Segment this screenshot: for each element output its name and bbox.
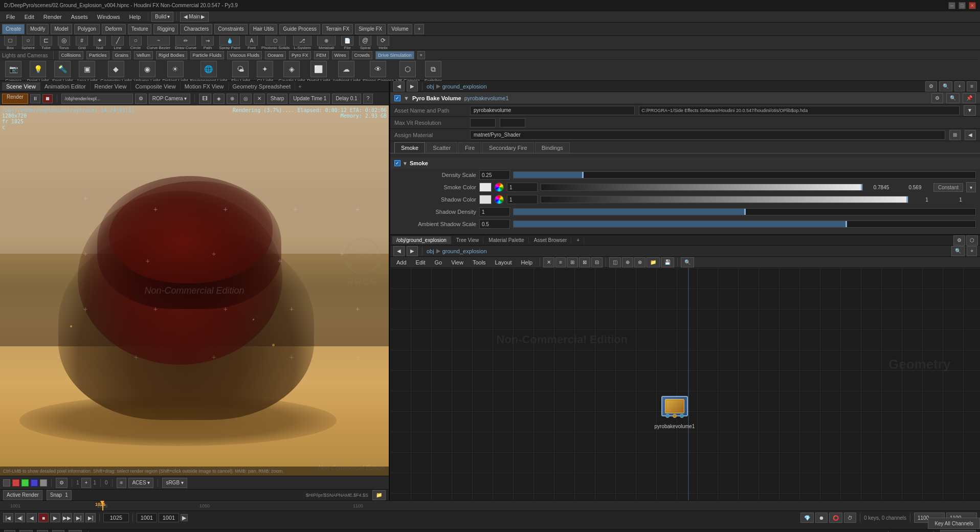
menu-render[interactable]: Render [39, 13, 66, 21]
tool-line[interactable]: ╱ Line [109, 36, 126, 50]
tool-draw-curve[interactable]: ✏ Draw Curve [173, 36, 198, 50]
pyro-bake-search[interactable]: 🔍 [946, 93, 960, 103]
tool-sphere[interactable]: ○ Sphere [20, 36, 36, 50]
light-area[interactable]: ▣ Area Light [76, 61, 98, 83]
path-obj[interactable]: obj [427, 83, 434, 90]
tab-composite-view[interactable]: Composite View [131, 82, 180, 91]
tab-drive-simulation[interactable]: Drive Simulation [375, 51, 414, 59]
transport-prev-frame[interactable]: ◀ [27, 513, 37, 522]
key-icon-2[interactable]: ⏺ [815, 513, 828, 523]
tab-terrain-fx[interactable]: Terrain FX [322, 24, 353, 34]
snap-display[interactable]: Snap 1 [47, 490, 72, 500]
menu-assets[interactable]: Assets [67, 13, 92, 21]
assign-mat-pick-btn[interactable]: ⊞ [949, 130, 961, 140]
snap-file-btn[interactable]: 📁 [372, 490, 386, 500]
tool-metaball[interactable]: ⊕ Metaball [315, 36, 338, 50]
shadow-color-wheel[interactable] [495, 195, 504, 204]
tab-bindings[interactable]: Bindings [535, 142, 570, 153]
ng-tool-9[interactable]: 📁 [647, 257, 660, 268]
ng-path-ground-explosion[interactable]: ground_explosion [442, 248, 487, 254]
tool-grid[interactable]: # Grid [74, 36, 90, 50]
ng-tool-5[interactable]: ⊟ [591, 257, 603, 268]
ng-tool-10[interactable]: 💾 [661, 257, 674, 268]
ng-panel-settings[interactable]: ⚙ [953, 235, 965, 246]
tab-geometry-spreadsheet[interactable]: Geometry Spreadsheet [229, 82, 296, 91]
tab-modify[interactable]: Modify [27, 24, 49, 34]
lut-btn[interactable]: ≡ [117, 478, 127, 488]
tab-constraints[interactable]: Constraints [214, 24, 248, 34]
constant-button[interactable]: Constant [933, 183, 963, 192]
active-render-btn[interactable]: Active Render [3, 490, 42, 500]
max-vit-field1[interactable] [470, 118, 496, 127]
tab-secondary-fire[interactable]: Secondary Fire [482, 142, 534, 153]
light-spot[interactable]: 🔦 Spot Light [51, 61, 74, 83]
color-green-btn[interactable] [21, 479, 29, 486]
light-caustic[interactable]: ◈ Caustic Light [278, 61, 305, 83]
tab-animation-editor[interactable]: Animation Editor [40, 82, 91, 91]
ng-menu-edit[interactable]: Edit [412, 258, 430, 267]
light-volume[interactable]: ◉ Volume Light [134, 61, 161, 83]
tab-volume[interactable]: Volume [388, 24, 412, 34]
tab-collisions[interactable]: Collisions [59, 51, 84, 59]
tool-lsystem[interactable]: ⎇ L-System [291, 36, 314, 50]
ng-add-tab[interactable]: + [967, 246, 977, 256]
tool-photonic-solids[interactable]: ⬡ Photonic Solids [261, 36, 289, 50]
transport-go-end[interactable]: ▶| [85, 513, 96, 522]
scene-tab-add[interactable]: + [295, 82, 304, 91]
render-icon-btn1[interactable]: 🎞 [199, 94, 211, 104]
render-stop[interactable]: ⏹ [42, 94, 53, 103]
tab-fem[interactable]: FEM [314, 51, 329, 59]
key-icon-3[interactable]: ⭕ [829, 513, 842, 523]
tool-null[interactable]: ✦ Null [92, 36, 108, 50]
ng-tool-8[interactable]: ⊗ [634, 257, 645, 268]
shadow-color-swatch[interactable] [479, 195, 492, 204]
maximize-button[interactable]: □ [959, 2, 966, 9]
light-portal[interactable]: ⬜ Portal Light [307, 61, 330, 83]
light-point[interactable]: 💡 Point Light [27, 61, 49, 83]
render-button[interactable]: Render [2, 94, 28, 104]
color-blue-btn[interactable] [31, 479, 38, 486]
color-display-btn[interactable] [3, 479, 10, 486]
ng-nav-back[interactable]: ◀ [393, 246, 405, 256]
menu-windows[interactable]: Windows [93, 13, 124, 21]
asset-name-field[interactable]: pyrobakevolume [470, 106, 635, 115]
right-panel-add-tab[interactable]: + [954, 81, 965, 92]
ng-tool-1[interactable]: ✕ [543, 257, 554, 268]
tool-font[interactable]: A Font [243, 36, 260, 50]
menu-file[interactable]: File [2, 13, 19, 21]
frame-start-input[interactable] [137, 513, 157, 522]
ng-tab-asset-browser[interactable]: Asset Browser [530, 236, 571, 244]
tab-motion-fx[interactable]: Motion FX View [181, 82, 229, 91]
right-panel-settings[interactable]: ⚙ [925, 81, 937, 92]
constant-dropdown[interactable]: ▾ [966, 182, 976, 192]
shadow-color-slider[interactable] [541, 196, 908, 203]
density-scale-input[interactable] [479, 170, 510, 180]
transport-go-start[interactable]: |◀ [3, 513, 13, 522]
tab-texture[interactable]: Texture [128, 24, 152, 34]
right-panel-search[interactable]: 🔍 [939, 81, 952, 92]
ng-menu-help[interactable]: Help [517, 258, 537, 267]
tab-add[interactable]: + [414, 24, 425, 34]
ng-menu-go[interactable]: Go [431, 258, 447, 267]
ng-menu-layout[interactable]: Layout [491, 258, 516, 267]
asset-path-btn[interactable]: ▼ [964, 105, 976, 116]
assign-mat-view-btn[interactable]: ◀ [965, 130, 976, 140]
light-stereo-cam[interactable]: 👁 Stereo Camera [363, 61, 394, 83]
ng-nav-fwd[interactable]: ▶ [407, 246, 418, 256]
tab-characters[interactable]: Characters [180, 24, 212, 34]
light-ambient[interactable]: ☁ Ambient Light [332, 61, 361, 83]
smoke-color-swatch[interactable] [479, 183, 492, 192]
frame-adjust-left[interactable]: + [81, 478, 92, 488]
tab-smoke[interactable]: Smoke [394, 142, 425, 153]
tab-simple-fx[interactable]: Simple FX [355, 24, 386, 34]
smoke-color-r[interactable] [507, 183, 538, 192]
frame-end-input[interactable] [159, 513, 179, 522]
build-dropdown[interactable]: Build ▾ [151, 12, 173, 22]
display-settings-btn[interactable]: ⚙ [56, 478, 68, 488]
tab-wires[interactable]: Wires [332, 51, 349, 59]
tab-rigid-bodies[interactable]: Rigid Bodies [156, 51, 187, 59]
status-tool-1[interactable]: ↩ [4, 530, 15, 533]
tab-create[interactable]: Create [2, 24, 25, 34]
tab-vellum[interactable]: Vellum [134, 51, 153, 59]
right-panel-menu[interactable]: ≡ [967, 81, 977, 92]
